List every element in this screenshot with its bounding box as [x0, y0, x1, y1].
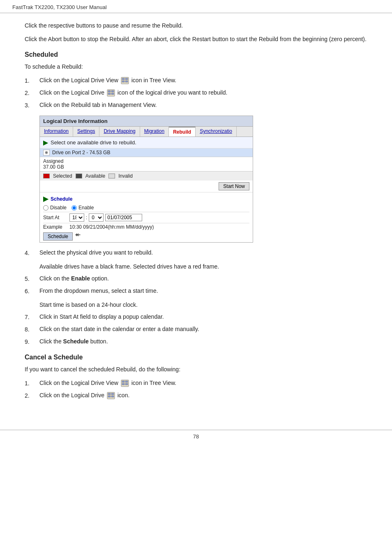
step-6-text: From the dropdown menus, select a start … [39, 287, 367, 295]
step-9-num: 9. [25, 337, 39, 346]
tab-drive-mapping[interactable]: Drive Mapping [99, 127, 140, 137]
tab-synchronization[interactable]: Synchronizatio [196, 127, 237, 137]
ld-tabs: Information Settings Drive Mapping Migra… [40, 127, 253, 137]
cancel-step-1-num: 1. [25, 379, 39, 388]
step-1-num: 1. [25, 76, 39, 85]
svg-rect-15 [122, 383, 125, 385]
para2: Click the Abort button to stop the Rebui… [25, 35, 367, 44]
tab-rebuild[interactable]: Rebuild [169, 127, 196, 137]
step-5: 5. Click on the Enable option. [25, 274, 367, 283]
para1: Click the respective buttons to pause an… [25, 21, 367, 30]
select-drive-msg: ▶ Select one available drive to rebuild. [40, 137, 253, 148]
schedule-check-icon: ▶ [43, 195, 48, 203]
start-now-row: Start Now [40, 181, 253, 192]
step-8-num: 8. [25, 325, 39, 334]
svg-rect-8 [111, 90, 114, 92]
cancel-intro: If you want to cancel the scheduled Rebu… [25, 365, 367, 374]
step-7-text: Click in Start At field to display a pop… [39, 313, 367, 321]
cancel-step-1: 1. Click on the Logical Drive View icon … [25, 379, 367, 388]
tab-settings[interactable]: Settings [73, 127, 99, 137]
hour-dropdown[interactable]: 18 [69, 213, 84, 222]
step-3: 3. Click on the Rebuild tab in Managemen… [25, 101, 367, 110]
step-2-text: Click on the Logical Drive icon of the l… [39, 88, 367, 97]
step-8-text: Click on the start date in the calendar … [39, 325, 367, 334]
step-7: 7. Click in Start At field to display a … [25, 313, 367, 322]
steps-5-9: 5. Click on the Enable option. 6. From t… [25, 274, 367, 296]
ld-box-title: Logical Drive Information [40, 116, 253, 127]
legend-row: Selected Available Invalid [40, 171, 253, 181]
logical-drive-view-icon [121, 77, 129, 84]
tab-migration[interactable]: Migration [140, 127, 169, 137]
schedule-label-row: ▶ Schedule [43, 194, 249, 204]
cancel-heading: Cancel a Schedule [25, 354, 367, 361]
cancel-step-2-text: Click on the Logical Drive icon. [39, 391, 367, 400]
main-content: Click the respective buttons to pause an… [0, 13, 392, 422]
logical-drive-icon [107, 89, 115, 97]
step-6-num: 6. [25, 287, 39, 296]
steps-4-9: 4. Select the physical drive you want to… [25, 248, 367, 257]
cursor-icon: ↞ [75, 231, 81, 239]
svg-point-12 [46, 152, 47, 153]
schedule-button[interactable]: Schedule [43, 232, 73, 241]
date-input[interactable] [105, 214, 142, 221]
schedule-btn-row: Schedule ↞ [43, 231, 249, 241]
svg-rect-20 [108, 396, 111, 397]
drive-small-icon [43, 150, 50, 155]
step-8: 8. Click on the start date in the calend… [25, 325, 367, 334]
disable-radio[interactable] [43, 205, 48, 211]
start-at-row: Start At 18 : 0 [43, 212, 249, 223]
selected-legend-box [43, 174, 50, 178]
step-5-text: Click on the Enable option. [39, 274, 367, 283]
svg-rect-9 [111, 93, 114, 95]
step-6: 6. From the dropdown menus, select a sta… [25, 287, 367, 296]
tab-information[interactable]: Information [40, 127, 73, 137]
available-legend-box [76, 174, 82, 178]
svg-rect-4 [125, 81, 128, 82]
logical-drive-info-box: Logical Drive Information Information Se… [39, 116, 253, 243]
drive-label: Drive on Port 2 - 74.53 GB [52, 150, 110, 155]
steps-list: 1. Click on the Logical Drive View icon … [25, 76, 367, 110]
step-4-num: 4. [25, 248, 39, 257]
page-number: 78 [193, 433, 199, 440]
svg-rect-6 [108, 90, 111, 92]
assigned-row: Assigned 37.00 GB [40, 157, 253, 171]
step-9-text: Click the Schedule button. [39, 337, 367, 346]
cancel-ld-view-icon [121, 380, 129, 387]
step-4-text: Select the physical drive you want to re… [39, 248, 367, 257]
svg-rect-1 [122, 78, 125, 80]
step-5-num: 5. [25, 274, 39, 283]
step-3-text: Click on the Rebuild tab in Management V… [39, 101, 367, 109]
disable-radio-item: Disable [43, 205, 67, 211]
cancel-step-2: 2. Click on the Logical Drive icon. [25, 391, 367, 400]
drive-row[interactable]: Drive on Port 2 - 74.53 GB [40, 148, 253, 157]
example-row: Example 10:30 09/21/2004(hh:mm MM/dd/yyy… [43, 223, 249, 231]
step-2: 2. Click on the Logical Drive icon of th… [25, 88, 367, 97]
svg-rect-22 [111, 396, 114, 397]
cancel-steps-list: 1. Click on the Logical Drive View icon … [25, 379, 367, 400]
invalid-legend-box [108, 174, 115, 178]
svg-rect-21 [111, 393, 114, 395]
scheduled-heading: Scheduled [25, 51, 367, 58]
step-3-num: 3. [25, 101, 39, 110]
step-1: 1. Click on the Logical Drive View icon … [25, 76, 367, 85]
page-footer: 78 [0, 430, 392, 443]
steps-7-9: 7. Click in Start At field to display a … [25, 313, 367, 346]
schedule-section: ▶ Schedule Disable Enable Start At 18 : [40, 192, 253, 242]
check-icon: ▶ [43, 139, 48, 146]
svg-rect-14 [122, 381, 125, 382]
enable-radio-item: Enable [71, 205, 94, 211]
step-1-text: Click on the Logical Drive View icon in … [39, 76, 367, 85]
page-header: FastTrak TX2200, TX2300 User Manual [0, 0, 392, 13]
svg-rect-19 [108, 393, 111, 395]
step-6-sub: Start time is based on a 24-hour clock. [39, 301, 367, 309]
scheduled-intro: To schedule a Rebuild: [25, 63, 367, 71]
svg-rect-16 [125, 381, 128, 382]
minute-dropdown[interactable]: 0 [89, 213, 104, 222]
step-4-sub: Available drives have a black frame. Sel… [39, 262, 367, 271]
step-9: 9. Click the Schedule button. [25, 337, 367, 346]
cancel-step-1-text: Click on the Logical Drive View icon in … [39, 379, 367, 387]
start-now-button[interactable]: Start Now [219, 182, 249, 190]
enable-radio[interactable] [71, 205, 77, 211]
manual-title: FastTrak TX2200, TX2300 User Manual [12, 4, 107, 10]
cancel-ld-icon [107, 392, 115, 399]
